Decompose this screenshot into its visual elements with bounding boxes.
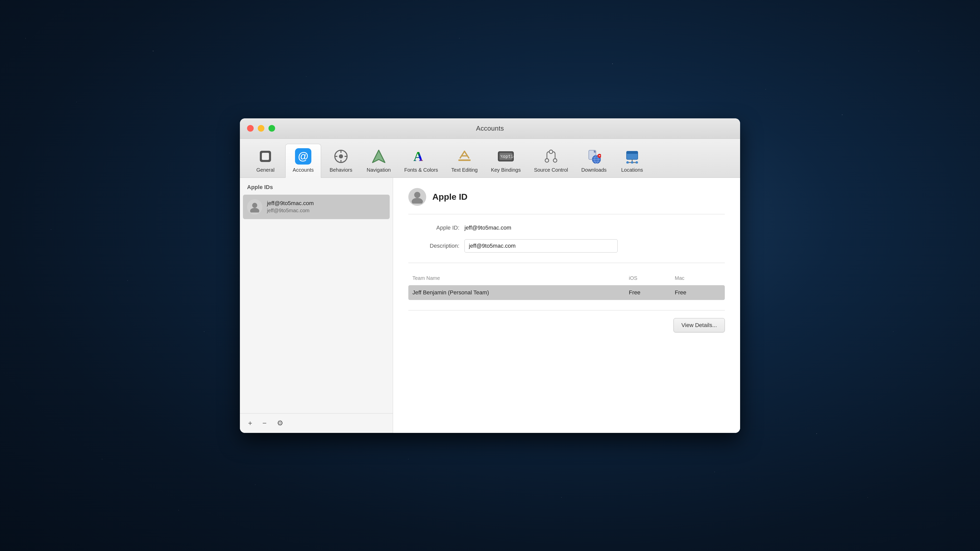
svg-rect-29 bbox=[599, 156, 600, 156]
svg-rect-31 bbox=[627, 151, 638, 154]
tab-behaviors[interactable]: Behaviors bbox=[323, 144, 359, 178]
tab-key-bindings-label: Key Bindings bbox=[491, 167, 521, 173]
accounts-icon: @ bbox=[295, 148, 311, 165]
divider-1 bbox=[408, 263, 725, 263]
titlebar: Accounts bbox=[240, 118, 740, 139]
tab-accounts-label: Accounts bbox=[293, 167, 313, 173]
fonts-colors-icon: A bbox=[413, 148, 429, 165]
minimize-button[interactable] bbox=[258, 125, 264, 132]
tab-behaviors-label: Behaviors bbox=[330, 167, 352, 173]
sidebar-header: Apple IDs bbox=[240, 178, 393, 195]
tab-locations-label: Locations bbox=[621, 167, 643, 173]
svg-rect-1 bbox=[262, 153, 269, 160]
account-settings-button[interactable]: ⚙ bbox=[275, 419, 285, 428]
locations-icon bbox=[624, 148, 640, 165]
sidebar-list: jeff@9to5mac.com jeff@9to5mac.com bbox=[240, 195, 393, 413]
table-header: Team Name iOS Mac bbox=[408, 273, 725, 283]
col-team-name: Team Name bbox=[412, 275, 629, 281]
tab-fonts-colors[interactable]: A Fonts & Colors bbox=[399, 144, 444, 178]
team-name-cell: Jeff Benjamin (Personal Team) bbox=[412, 289, 629, 296]
svg-point-17 bbox=[553, 159, 557, 162]
svg-text:⌥option: ⌥option bbox=[500, 154, 514, 159]
window-title: Accounts bbox=[476, 124, 504, 132]
view-details-button[interactable]: View Details... bbox=[673, 318, 725, 332]
svg-point-18 bbox=[549, 150, 553, 154]
description-row: Description: bbox=[408, 239, 725, 252]
close-button[interactable] bbox=[247, 125, 254, 132]
tab-general-label: General bbox=[256, 167, 274, 173]
apple-id-value: jeff@9to5mac.com bbox=[465, 224, 511, 231]
description-label: Description: bbox=[408, 243, 460, 249]
maximize-button[interactable] bbox=[269, 125, 275, 132]
svg-point-35 bbox=[631, 161, 633, 164]
downloads-icon bbox=[586, 148, 602, 165]
tab-navigation[interactable]: Navigation bbox=[361, 144, 396, 178]
key-bindings-icon: ⌥option bbox=[498, 148, 514, 165]
source-control-icon bbox=[543, 148, 559, 165]
accounts-sidebar: Apple IDs jeff@9to5mac.com jeff@9to5mac.… bbox=[240, 178, 393, 433]
detail-panel: Apple ID Apple ID: jeff@9to5mac.com Desc… bbox=[393, 178, 740, 433]
tab-source-control-label: Source Control bbox=[534, 167, 568, 173]
team-table: Team Name iOS Mac Jeff Benjamin (Persona… bbox=[408, 273, 725, 300]
svg-point-36 bbox=[635, 161, 638, 164]
account-email-secondary: jeff@9to5mac.com bbox=[267, 208, 313, 213]
mac-cell: Free bbox=[675, 289, 721, 296]
account-info: jeff@9to5mac.com jeff@9to5mac.com bbox=[267, 200, 313, 213]
remove-account-button[interactable]: − bbox=[260, 419, 269, 428]
sidebar-account-item[interactable]: jeff@9to5mac.com jeff@9to5mac.com bbox=[243, 195, 390, 219]
svg-text:A: A bbox=[414, 149, 423, 164]
add-account-button[interactable]: + bbox=[246, 419, 254, 428]
avatar bbox=[247, 199, 262, 214]
svg-point-38 bbox=[250, 208, 259, 213]
col-ios: iOS bbox=[629, 275, 675, 281]
detail-avatar bbox=[408, 188, 426, 206]
account-email-primary: jeff@9to5mac.com bbox=[267, 200, 313, 206]
tab-text-editing-label: Text Editing bbox=[451, 167, 477, 173]
svg-point-3 bbox=[339, 154, 343, 159]
svg-rect-11 bbox=[458, 159, 471, 161]
tab-locations[interactable]: Locations bbox=[614, 144, 650, 178]
svg-point-34 bbox=[626, 161, 629, 164]
svg-point-16 bbox=[545, 159, 549, 162]
main-content: Apple IDs jeff@9to5mac.com jeff@9to5mac.… bbox=[240, 178, 740, 433]
table-row[interactable]: Jeff Benjamin (Personal Team) Free Free bbox=[408, 285, 725, 300]
sidebar-footer: + − ⚙ bbox=[240, 413, 393, 433]
main-window: Accounts General @ Accounts bbox=[240, 118, 740, 433]
toolbar: General @ Accounts bbox=[240, 139, 740, 178]
svg-point-37 bbox=[252, 203, 257, 208]
tab-navigation-label: Navigation bbox=[367, 167, 391, 173]
svg-marker-9 bbox=[372, 150, 385, 162]
window-controls bbox=[247, 125, 275, 132]
detail-header: Apple ID bbox=[408, 188, 725, 214]
behaviors-icon bbox=[333, 148, 349, 165]
tab-text-editing[interactable]: Text Editing bbox=[445, 144, 483, 178]
general-icon bbox=[257, 148, 274, 165]
svg-point-40 bbox=[412, 198, 423, 203]
tab-accounts[interactable]: @ Accounts bbox=[285, 144, 321, 178]
text-editing-icon bbox=[456, 148, 473, 165]
ios-cell: Free bbox=[629, 289, 675, 296]
tab-downloads-label: Downloads bbox=[581, 167, 607, 173]
detail-footer: View Details... bbox=[408, 310, 725, 332]
tab-fonts-colors-label: Fonts & Colors bbox=[404, 167, 438, 173]
svg-point-39 bbox=[414, 192, 420, 198]
tab-downloads[interactable]: Downloads bbox=[576, 144, 612, 178]
tab-key-bindings[interactable]: ⌥option Key Bindings bbox=[485, 144, 527, 178]
navigation-icon bbox=[371, 148, 387, 165]
col-mac: Mac bbox=[675, 275, 721, 281]
description-input[interactable] bbox=[465, 239, 617, 252]
tab-general[interactable]: General bbox=[248, 144, 283, 178]
detail-title: Apple ID bbox=[432, 192, 468, 202]
apple-id-row: Apple ID: jeff@9to5mac.com bbox=[408, 224, 725, 231]
apple-id-label: Apple ID: bbox=[408, 224, 460, 231]
tab-source-control[interactable]: Source Control bbox=[528, 144, 573, 178]
